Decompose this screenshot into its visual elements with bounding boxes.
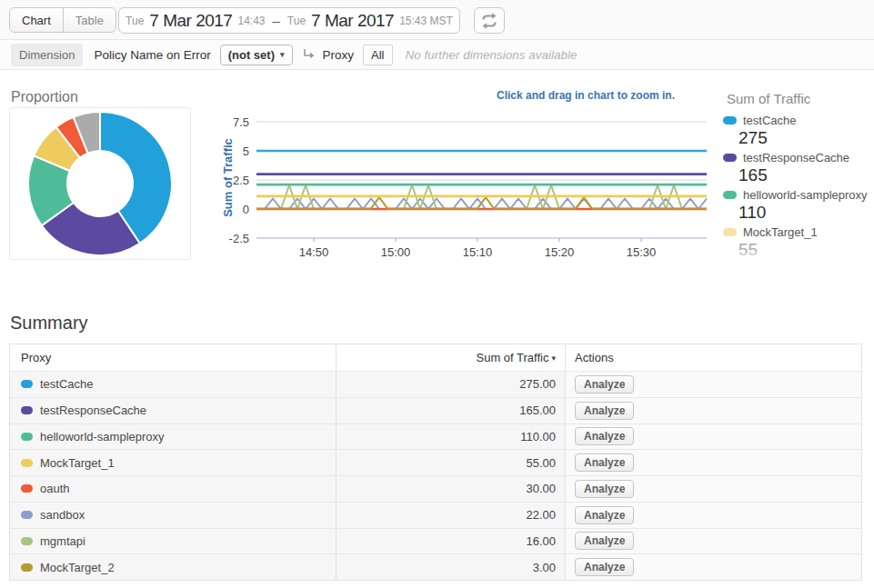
legend-item-label: MockTarget_1 — [743, 225, 818, 239]
legend-swatch — [723, 154, 737, 162]
traffic-value: 275.00 — [519, 377, 556, 391]
proxy-color-swatch — [21, 406, 33, 414]
legend-title: Sum of Traffic — [727, 91, 874, 106]
dimension-value-dropdown[interactable]: (not set) ▾ — [220, 45, 293, 65]
dimension-label: Dimension — [11, 44, 83, 66]
traffic-value: 55.00 — [526, 456, 556, 470]
refresh-button[interactable] — [474, 7, 505, 34]
proxy-color-swatch — [21, 563, 33, 572]
proportion-title: Proportion — [11, 89, 78, 105]
view-toggle-group: Chart Table — [9, 7, 116, 33]
proxy-name: helloworld-sampleproxy — [40, 430, 165, 443]
analyze-button[interactable]: Analyze — [575, 427, 634, 445]
drilldown-arrow-icon — [302, 48, 316, 61]
svg-text:5: 5 — [243, 145, 249, 158]
proxy-color-swatch — [21, 484, 33, 493]
table-row: mgmtapi 16.00 Analyze — [10, 528, 861, 554]
svg-text:-2.5: -2.5 — [229, 232, 249, 245]
traffic-value: 16.00 — [526, 534, 556, 548]
top-toolbar: Chart Table Tue 7 Mar 2017 14:43 – Tue 7… — [0, 0, 874, 40]
traffic-value: 110.00 — [520, 430, 556, 443]
summary-table: Proxy Sum of Traffic ▾ Actions testCache… — [9, 344, 862, 581]
refresh-icon — [480, 12, 498, 30]
table-header-row: Proxy Sum of Traffic ▾ Actions — [10, 344, 861, 371]
legend-swatch — [723, 228, 737, 236]
svg-text:15:30: 15:30 — [627, 245, 657, 259]
analyze-button[interactable]: Analyze — [575, 375, 634, 394]
table-tab-button[interactable]: Table — [63, 8, 116, 32]
column-header-traffic[interactable]: Sum of Traffic ▾ — [336, 344, 565, 371]
summary-title: Summary — [10, 313, 88, 334]
chart-legend: Sum of Traffic testCache 275 testRespons… — [723, 89, 874, 264]
analyze-button[interactable]: Analyze — [575, 402, 634, 420]
svg-text:15:10: 15:10 — [463, 245, 493, 259]
legend-item[interactable]: testCache 275 — [723, 114, 874, 148]
dropdown-caret-icon: ▾ — [280, 50, 285, 59]
table-row: helloworld-sampleproxy 110.00 Analyze — [10, 424, 861, 450]
traffic-header-label: Sum of Traffic — [477, 351, 549, 364]
proxy-name: MockTarget_1 — [40, 456, 115, 470]
svg-text:15:20: 15:20 — [545, 245, 575, 259]
analyze-button[interactable]: Analyze — [575, 558, 634, 576]
analyze-button[interactable]: Analyze — [575, 506, 634, 524]
analyze-button[interactable]: Analyze — [575, 453, 634, 472]
svg-text:14:50: 14:50 — [299, 245, 329, 259]
column-header-proxy: Proxy — [10, 344, 336, 371]
traffic-value: 165.00 — [519, 404, 556, 417]
svg-text:0: 0 — [243, 203, 249, 216]
legend-swatch — [723, 191, 737, 199]
table-row: MockTarget_2 3.00 Analyze — [10, 553, 861, 580]
traffic-value: 22.00 — [526, 508, 556, 522]
legend-item-label: testResponseCache — [743, 151, 849, 164]
proportion-donut-chart — [10, 108, 190, 259]
traffic-value: 3.00 — [533, 561, 556, 574]
svg-text:15:00: 15:00 — [381, 245, 411, 259]
proxy-color-swatch — [21, 511, 33, 519]
legend-item[interactable]: MockTarget_1 55 — [723, 225, 874, 260]
end-date: 7 Mar 2017 — [311, 11, 394, 31]
end-day: Tue — [287, 15, 306, 27]
traffic-value: 30.00 — [526, 482, 556, 495]
proxy-color-swatch — [21, 380, 33, 388]
table-row: testCache 275.00 Analyze — [10, 371, 861, 397]
legend-item[interactable]: helloworld-sampleproxy 110 — [723, 188, 874, 223]
gridlines: 7.552.50-2.5 — [229, 115, 707, 245]
proxy-color-swatch — [21, 459, 33, 467]
x-axis-labels: 14:5015:0015:1015:2015:30 — [299, 238, 657, 259]
legend-swatch — [723, 116, 737, 125]
traffic-line-chart[interactable]: 7.552.50-2.514:5015:0015:1015:2015:30 — [209, 109, 709, 264]
proxy-color-swatch — [21, 537, 33, 545]
analyze-button[interactable]: Analyze — [575, 480, 634, 498]
zoom-hint: Click and drag in chart to zoom in. — [491, 89, 675, 102]
table-row: sandbox 22.00 Analyze — [10, 502, 861, 528]
dimension-bar: Dimension Policy Name on Error (not set)… — [0, 40, 874, 70]
column-header-actions: Actions — [565, 344, 861, 371]
svg-text:7.5: 7.5 — [233, 115, 249, 129]
proxy-name: testResponseCache — [40, 404, 146, 417]
dimension-name: Policy Name on Error — [94, 48, 210, 62]
proxy-color-swatch — [21, 433, 33, 441]
table-row: testResponseCache 165.00 Analyze — [10, 397, 861, 424]
chart-tab-button[interactable]: Chart — [10, 8, 63, 32]
analyze-button[interactable]: Analyze — [575, 532, 634, 550]
proxy-name: sandbox — [40, 508, 85, 522]
dimension-value: (not set) — [228, 48, 275, 62]
date-range-picker[interactable]: Tue 7 Mar 2017 14:43 – Tue 7 Mar 2017 15… — [118, 7, 460, 34]
legend-item-value: 110 — [738, 203, 874, 223]
sort-caret-icon: ▾ — [551, 354, 556, 363]
start-day: Tue — [126, 15, 144, 27]
date-range-separator: – — [272, 13, 279, 28]
proxy-name: oauth — [40, 482, 70, 495]
legend-item-label: helloworld-sampleproxy — [743, 188, 868, 202]
proxy-name: MockTarget_2 — [40, 561, 115, 574]
proxy-name: mgmtapi — [40, 534, 85, 548]
legend-item-value: 165 — [738, 165, 874, 185]
svg-text:2.5: 2.5 — [233, 174, 249, 187]
legend-item-value: 275 — [738, 128, 874, 148]
start-date: 7 Mar 2017 — [149, 11, 232, 31]
proxy-name: testCache — [40, 377, 94, 391]
sub-dimension-value-button[interactable]: All — [363, 45, 392, 65]
legend-item[interactable]: testResponseCache 165 — [723, 151, 874, 185]
dimensions-note: No further dimensions available — [406, 48, 578, 62]
table-row: MockTarget_1 55.00 Analyze — [10, 449, 861, 475]
